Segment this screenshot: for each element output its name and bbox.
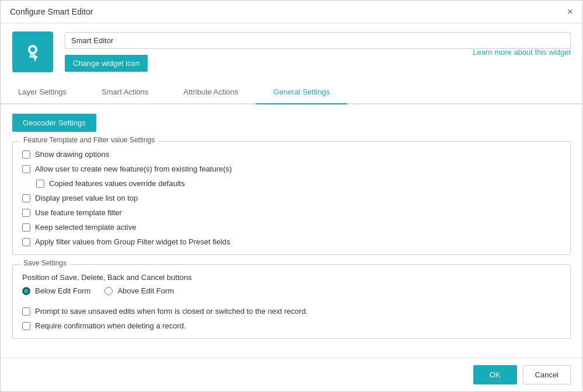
use-filter-checkbox[interactable] bbox=[22, 209, 30, 217]
keep-selected-checkbox[interactable] bbox=[22, 223, 30, 232]
tab-layer-settings[interactable]: Layer Settings bbox=[1, 80, 84, 104]
ok-button[interactable]: OK bbox=[473, 365, 517, 384]
geocoder-settings-button[interactable]: Geocoder Settings bbox=[12, 114, 96, 132]
widget-icon bbox=[21, 40, 44, 64]
prompt-save-label[interactable]: Prompt to save unsaved edits when form i… bbox=[35, 307, 308, 316]
tab-attribute-actions[interactable]: Attribute Actions bbox=[166, 80, 256, 104]
cancel-button[interactable]: Cancel bbox=[523, 365, 571, 384]
apply-filter-checkbox[interactable] bbox=[22, 238, 30, 246]
svg-point-1 bbox=[30, 47, 35, 52]
below-edit-radio[interactable] bbox=[22, 287, 30, 295]
allow-create-checkbox[interactable] bbox=[22, 165, 30, 173]
apply-filter-label[interactable]: Apply filter values from Group Filter wi… bbox=[35, 237, 231, 246]
save-settings-title: Save Settings bbox=[20, 259, 70, 267]
apply-filter-row: Apply filter values from Group Filter wi… bbox=[22, 237, 561, 246]
require-confirm-checkbox[interactable] bbox=[22, 322, 30, 330]
require-confirm-label[interactable]: Require confirmation when deleting a rec… bbox=[35, 321, 186, 330]
prompt-save-row: Prompt to save unsaved edits when form i… bbox=[22, 307, 561, 316]
above-edit-row: Above Edit Form bbox=[104, 286, 174, 295]
above-edit-label[interactable]: Above Edit Form bbox=[117, 286, 174, 295]
tabs-row: Layer Settings Smart Actions Attribute A… bbox=[1, 80, 582, 104]
keep-selected-row: Keep selected template active bbox=[22, 223, 561, 232]
position-label: Position of Save, Delete, Back and Cance… bbox=[22, 273, 561, 282]
keep-selected-label[interactable]: Keep selected template active bbox=[35, 223, 136, 232]
header-area: Change widget icon Learn more about this… bbox=[1, 23, 582, 80]
copied-features-checkbox[interactable] bbox=[36, 180, 44, 188]
feature-template-title: Feature Template and Filter value Settin… bbox=[20, 136, 158, 144]
dialog-titlebar: Configure Smart Editor × bbox=[1, 1, 582, 23]
use-filter-row: Use feature template filter bbox=[22, 208, 561, 217]
widget-icon-box bbox=[12, 32, 53, 72]
radio-group-row: Below Edit Form Above Edit Form bbox=[22, 286, 561, 301]
prompt-save-checkbox[interactable] bbox=[22, 307, 30, 316]
dialog-footer: OK Cancel bbox=[1, 358, 582, 391]
show-drawing-checkbox[interactable] bbox=[22, 150, 30, 159]
change-icon-button[interactable]: Change widget icon bbox=[65, 55, 148, 72]
learn-more-link[interactable]: Learn more about this widget bbox=[473, 48, 571, 57]
allow-create-row: Allow user to create new feature(s) from… bbox=[22, 164, 561, 173]
below-edit-label[interactable]: Below Edit Form bbox=[35, 286, 90, 295]
content-area: Geocoder Settings Feature Template and F… bbox=[1, 104, 582, 358]
below-edit-row: Below Edit Form bbox=[22, 286, 90, 295]
tab-smart-actions[interactable]: Smart Actions bbox=[84, 80, 166, 104]
allow-create-label[interactable]: Allow user to create new feature(s) from… bbox=[35, 164, 232, 173]
save-settings-group: Save Settings Position of Save, Delete, … bbox=[12, 264, 571, 339]
feature-template-group: Feature Template and Filter value Settin… bbox=[12, 141, 571, 255]
display-preset-label[interactable]: Display preset value list on top bbox=[35, 194, 138, 202]
tab-general-settings[interactable]: General Settings bbox=[256, 80, 347, 104]
use-filter-label[interactable]: Use feature template filter bbox=[35, 208, 122, 217]
widget-name-input[interactable] bbox=[65, 32, 571, 49]
show-drawing-row: Show drawing options bbox=[22, 150, 561, 159]
require-confirm-row: Require confirmation when deleting a rec… bbox=[22, 321, 561, 330]
close-button[interactable]: × bbox=[567, 6, 573, 17]
configure-dialog: Configure Smart Editor × Change widget i… bbox=[0, 0, 583, 392]
display-preset-row: Display preset value list on top bbox=[22, 194, 561, 202]
dialog-title: Configure Smart Editor bbox=[10, 7, 93, 16]
copied-features-label[interactable]: Copied features values override defaults bbox=[49, 179, 185, 188]
show-drawing-label[interactable]: Show drawing options bbox=[35, 150, 109, 159]
copied-features-row: Copied features values override defaults bbox=[36, 179, 561, 188]
above-edit-radio[interactable] bbox=[104, 287, 113, 295]
display-preset-checkbox[interactable] bbox=[22, 194, 30, 202]
